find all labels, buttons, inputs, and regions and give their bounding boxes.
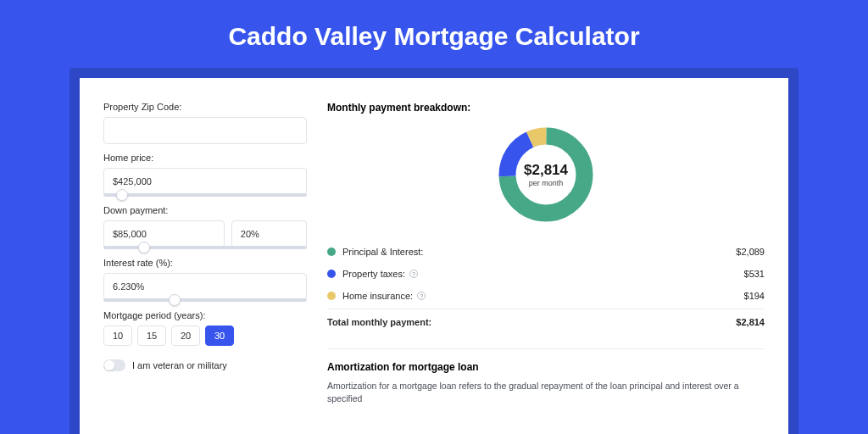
donut-wrap: $2,814 per month [327, 124, 765, 225]
breakdown-title: Monthly payment breakdown: [327, 102, 765, 114]
period-options: 10152030 [103, 326, 307, 346]
legend-row: Property taxes:?$531 [327, 263, 765, 285]
interest-slider[interactable] [103, 298, 307, 302]
card-frame: Property Zip Code: Home price: Down paym… [70, 68, 798, 434]
zip-group: Property Zip Code: [103, 102, 307, 144]
interest-input[interactable] [103, 273, 307, 300]
home-price-label: Home price: [103, 153, 307, 163]
legend-dot [327, 292, 336, 300]
legend-label: Property taxes: [342, 269, 405, 279]
amortization-section: Amortization for mortgage loan Amortizat… [327, 348, 765, 404]
down-payment-pct-input[interactable] [231, 220, 307, 248]
veteran-label: I am veteran or military [132, 360, 227, 370]
period-group: Mortgage period (years): 10152030 [103, 310, 307, 346]
interest-group: Interest rate (%): [103, 258, 307, 302]
legend-label: Principal & Interest: [342, 247, 423, 257]
legend-label: Home insurance: [342, 291, 413, 301]
page-title: Caddo Valley Mortgage Calculator [0, 0, 868, 68]
home-price-input[interactable] [103, 168, 307, 195]
period-btn-20[interactable]: 20 [171, 326, 200, 346]
legend-total-label: Total monthly payment: [327, 317, 431, 327]
donut-sub: per month [529, 179, 564, 187]
period-btn-10[interactable]: 10 [103, 326, 132, 346]
legend-dot [327, 248, 336, 256]
veteran-row: I am veteran or military [103, 359, 307, 371]
down-payment-slider-thumb[interactable] [138, 242, 150, 253]
legend: Principal & Interest:$2,089Property taxe… [327, 241, 765, 307]
period-btn-15[interactable]: 15 [137, 326, 166, 346]
donut-chart: $2,814 per month [495, 124, 597, 225]
amortization-title: Amortization for mortgage loan [327, 361, 765, 373]
veteran-toggle[interactable] [103, 359, 125, 371]
legend-value: $194 [744, 291, 765, 301]
legend-row: Home insurance:?$194 [327, 285, 765, 307]
legend-total-row: Total monthly payment: $2,814 [327, 309, 765, 333]
period-label: Mortgage period (years): [103, 310, 307, 320]
legend-value: $2,089 [736, 247, 765, 257]
down-payment-slider[interactable] [103, 246, 307, 249]
legend-row: Principal & Interest:$2,089 [327, 241, 765, 263]
down-payment-group: Down payment: [103, 205, 307, 249]
donut-center: $2,814 per month [495, 124, 597, 225]
interest-label: Interest rate (%): [103, 258, 307, 268]
home-price-group: Home price: [103, 153, 307, 197]
form-column: Property Zip Code: Home price: Down paym… [103, 102, 307, 434]
down-payment-label: Down payment: [103, 205, 307, 215]
zip-input[interactable] [103, 117, 307, 144]
legend-value: $531 [744, 269, 765, 279]
breakdown-column: Monthly payment breakdown: $2,814 per mo… [327, 102, 765, 434]
down-payment-input[interactable] [103, 220, 225, 248]
amortization-text: Amortization for a mortgage loan refers … [327, 380, 765, 404]
home-price-slider[interactable] [103, 193, 307, 197]
legend-dot [327, 270, 336, 278]
interest-slider-thumb[interactable] [169, 294, 181, 306]
home-price-slider-thumb[interactable] [116, 189, 128, 201]
info-icon[interactable]: ? [409, 270, 418, 278]
legend-total-value: $2,814 [736, 317, 765, 327]
calculator-card: Property Zip Code: Home price: Down paym… [80, 78, 788, 434]
period-btn-30[interactable]: 30 [205, 326, 234, 346]
zip-label: Property Zip Code: [103, 102, 307, 112]
info-icon[interactable]: ? [417, 292, 426, 300]
donut-value: $2,814 [524, 162, 568, 179]
